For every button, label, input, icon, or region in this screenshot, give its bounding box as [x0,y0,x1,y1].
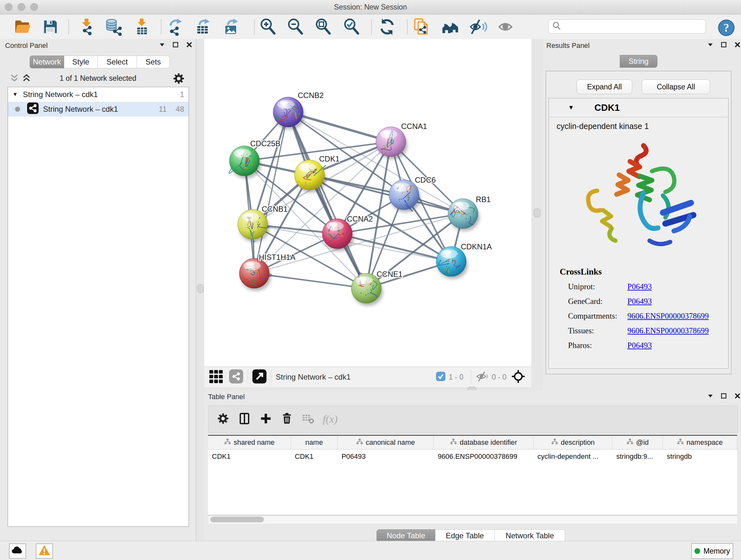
add-column-icon[interactable] [259,412,272,426]
tab-string[interactable]: String [620,55,657,68]
network-collection-row[interactable]: ▼ String Network – cdk1 1 [8,87,189,102]
help-button[interactable]: ? [718,19,735,37]
network-list-gear-icon[interactable] [172,72,185,86]
table-menu-icon[interactable] [707,393,714,400]
birds-eye-grid-icon[interactable] [209,369,223,385]
export-table-icon[interactable] [194,18,212,36]
home-view-icon[interactable] [441,18,459,36]
crosslink-link[interactable]: P06493 [627,341,652,350]
panel-close-icon[interactable] [186,42,192,49]
column-header--id[interactable]: @id [612,436,663,449]
import-network-icon[interactable] [77,18,95,36]
column-header-name[interactable]: name [291,436,338,449]
network-node-CDK1[interactable]: CDK1 [294,154,340,192]
network-view-title: String Network – cdk1 [276,373,351,381]
results-menu-icon[interactable] [707,42,714,49]
column-header-canonical-name[interactable]: canonical name [338,436,434,449]
save-session-icon[interactable] [42,18,59,36]
network-row[interactable]: String Network – cdk1 11 48 [8,102,189,117]
column-header-shared-name[interactable]: shared name [208,436,291,449]
network-canvas[interactable]: CCNB2 CCNA1 CDC25B CDK1 CDC6 [204,39,531,367]
table-hscrollbar[interactable] [208,515,738,524]
export-network-icon[interactable] [167,18,185,36]
table-gear-icon[interactable] [217,412,229,426]
delete-column-icon[interactable] [280,412,293,426]
network-list: ▼ String Network – cdk1 1 String Network… [8,87,189,527]
table-float-icon[interactable] [721,393,727,400]
section-collapse-icon[interactable]: ▼ [568,104,574,111]
selected-checkbox-icon[interactable] [436,372,446,382]
node-label-CCNB2: CCNB2 [298,91,324,100]
warnings-button[interactable] [36,543,53,559]
cdk1-section-header[interactable]: ▼ CDK1 [549,98,728,117]
right-splitter-handle[interactable] [534,208,541,217]
panel-float-icon[interactable] [172,42,179,49]
column-header-description[interactable]: description [534,436,612,449]
clone-network-icon[interactable] [413,18,431,36]
collapse-all-button[interactable]: Collapse All [642,79,710,94]
detach-view-icon[interactable] [253,369,266,385]
zoom-selected-icon[interactable] [343,18,360,36]
table-cell: P06493 [338,449,434,463]
zoom-fit-icon[interactable] [314,18,332,36]
table-row[interactable]: CDK1CDK1P064939606.ENSP00000378699cyclin… [208,449,737,463]
hide-panels-icon[interactable] [469,18,487,36]
tab-network[interactable]: Network [30,56,64,68]
memory-button[interactable]: Memory [691,543,733,559]
node-label-CDC25B: CDC25B [250,139,280,148]
tab-style[interactable]: Style [64,56,98,68]
tab-edge-table[interactable]: Edge Table [435,530,495,542]
network-edge-count: 48 [176,105,184,114]
tab-node-table[interactable]: Node Table [377,530,435,542]
tab-sets[interactable]: Sets [137,56,170,68]
crosslink-label: GeneCard: [568,297,627,306]
network-node-CCNB1[interactable]: CCNB1 [238,205,287,242]
export-image-icon[interactable] [223,18,241,36]
show-columns-icon[interactable] [238,412,251,427]
refresh-layout-icon[interactable] [378,18,396,36]
show-panels-icon[interactable] [497,18,515,36]
open-file-icon[interactable] [13,18,31,36]
network-badge-gray-icon[interactable] [229,369,243,385]
network-graph[interactable]: CCNB2 CCNA1 CDC25B CDK1 CDC6 [204,39,531,367]
network-node-HIST1H1A[interactable]: HIST1H1A [239,253,295,291]
search-icon [552,21,561,32]
crosslink-row: Tissues:9606.ENSP00000378699 [568,323,728,338]
import-database-icon[interactable] [105,18,122,36]
results-close-icon[interactable] [734,42,741,49]
column-header-database-identifier[interactable]: database identifier [434,436,534,449]
column-header-namespace[interactable]: namespace [663,436,737,449]
table-tabs: Node TableEdge TableNetwork Table [377,530,565,542]
left-splitter-handle[interactable] [197,284,204,293]
cloud-button[interactable] [9,543,26,559]
svg-text:?: ? [724,22,729,34]
crosslink-link[interactable]: 9606.ENSP00000378699 [627,326,709,335]
zoom-in-icon[interactable] [259,18,277,36]
search-input[interactable] [561,22,697,31]
tab-select[interactable]: Select [98,56,137,68]
table-hscrollbar-thumb[interactable] [210,516,264,522]
network-node-RB1[interactable]: RB1 [448,195,491,231]
expand-all-button[interactable]: Expand All [577,79,632,94]
crosslink-row: Compartments:9606.ENSP00000378699 [568,309,728,323]
section-title: CDK1 [595,103,620,113]
network-selection-summary: 1 of 1 Network selected [0,74,196,83]
crosslink-link[interactable]: P06493 [627,297,652,306]
network-current-dot [15,107,20,112]
search-box[interactable] [548,19,706,34]
tab-network-table[interactable]: Network Table [495,530,565,542]
table-close-icon[interactable] [734,393,741,400]
import-table-icon[interactable] [133,18,151,36]
crosslink-link[interactable]: P06493 [627,282,652,291]
control-panel-tabs: NetworkStyleSelectSets [30,56,170,68]
network-node-CCNA1[interactable]: CCNA1 [376,122,427,159]
network-node-CCNE1[interactable]: CCNE1 [351,270,402,306]
zoom-out-icon[interactable] [286,18,305,36]
fit-selected-crosshair-icon[interactable] [511,369,526,385]
panel-menu-icon[interactable] [159,42,165,49]
collection-expand-icon[interactable]: ▼ [12,91,18,98]
column-type-icon [224,438,231,447]
results-float-icon[interactable] [721,42,727,49]
crosslink-link[interactable]: 9606.ENSP00000378699 [627,312,709,320]
network-node-CCNB2[interactable]: CCNB2 [273,91,324,130]
